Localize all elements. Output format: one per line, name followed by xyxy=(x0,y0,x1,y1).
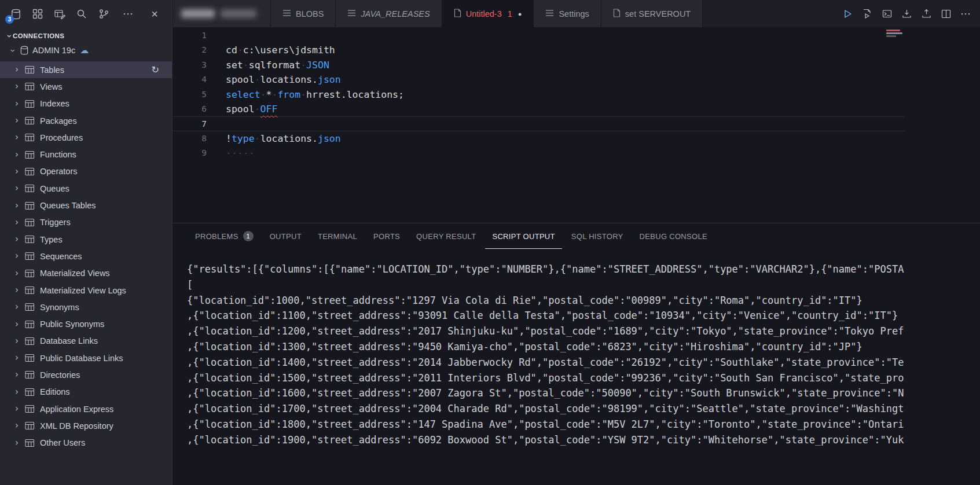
sidebar-item-operators[interactable]: ›Operators xyxy=(0,163,172,180)
open-terminal-icon[interactable] xyxy=(878,5,895,23)
tab-java-releases[interactable]: JAVA_RELEASES xyxy=(336,0,442,27)
sidebar-item-tables[interactable]: ›Tables↻ xyxy=(0,61,172,78)
sidebar-item-packages[interactable]: ›Packages xyxy=(0,112,172,129)
sidebar-item-queues[interactable]: ›Queues xyxy=(0,180,172,197)
output-line: ,{"location_id":1100,"street_address":"9… xyxy=(187,308,980,324)
code-token: spool xyxy=(226,74,255,85)
code-token: * xyxy=(266,89,272,100)
sidebar-item-queues-tables[interactable]: ›Queues Tables xyxy=(0,197,172,214)
redacted-text xyxy=(221,9,256,18)
panel-tab-output[interactable]: OUTPUT xyxy=(263,223,309,249)
split-editor-icon[interactable] xyxy=(937,5,955,23)
sidebar-item-xml-db-repository[interactable]: ›XML DB Repository xyxy=(0,417,172,434)
xml-db-repository-icon xyxy=(25,421,35,430)
sidebar-item-label: Indexes xyxy=(40,99,69,108)
search-icon[interactable] xyxy=(71,5,93,23)
panel-tab-debug-console[interactable]: DEBUG CONSOLE xyxy=(633,223,714,249)
sidebar-item-database-links[interactable]: ›Database Links xyxy=(0,333,172,350)
run-script-icon[interactable] xyxy=(858,5,876,23)
chevron-right-icon: › xyxy=(13,218,21,227)
upload-icon[interactable] xyxy=(917,5,935,23)
panel-tab-label: PROBLEMS xyxy=(195,232,238,241)
code-token: · xyxy=(255,104,260,115)
layout-icon[interactable] xyxy=(27,5,49,23)
code-token: · xyxy=(243,60,249,71)
code-text: !type·locations.json xyxy=(207,131,341,146)
connection-admin19c[interactable]: › ADMIN 19c ☁ xyxy=(0,43,172,58)
tab-blobs[interactable]: BLOBS xyxy=(271,0,336,27)
script-output-content[interactable]: {"results":[{"columns":[{"name":"LOCATIO… xyxy=(187,262,980,485)
code-line-1[interactable]: 1 xyxy=(173,28,905,43)
sidebar-item-label: Materialized Views xyxy=(40,269,110,278)
git-branch-icon[interactable] xyxy=(93,5,115,23)
close-sidebar-icon[interactable]: × xyxy=(144,5,166,23)
code-line-2[interactable]: 2cd·c:\users\jdsmith xyxy=(173,43,905,57)
sidebar-item-materialized-views[interactable]: ›Materialized Views xyxy=(0,265,172,282)
triggers-icon xyxy=(25,218,35,227)
code-line-5[interactable]: 5select·*·from·hrrest.locations; xyxy=(173,87,905,102)
chevron-right-icon: › xyxy=(13,201,21,210)
download-result-icon[interactable] xyxy=(898,5,915,23)
editor-area: BLOBSJAVA_RELEASESUntitled-31●Settingsse… xyxy=(173,0,980,485)
packages-icon xyxy=(25,116,35,125)
sidebar-item-materialized-view-logs[interactable]: ›Materialized View Logs xyxy=(0,282,172,299)
sidebar-item-public-synonyms[interactable]: ›Public Synonyms xyxy=(0,315,172,332)
code-line-3[interactable]: 3set·sqlformat·JSON xyxy=(173,58,905,72)
code-text: set·sqlformat·JSON xyxy=(207,58,329,72)
panel-tab-script-output[interactable]: SCRIPT OUTPUT xyxy=(485,223,561,249)
directories-icon xyxy=(25,370,35,379)
database-explorer-icon[interactable]: 3 xyxy=(5,5,27,23)
output-line: ,{"location_id":1300,"street_address":"9… xyxy=(187,339,980,355)
panel-tab-query-result[interactable]: QUERY RESULT xyxy=(409,223,483,249)
code-token: select xyxy=(226,89,260,100)
panel-tab-problems[interactable]: PROBLEMS1 xyxy=(188,223,260,249)
output-line: ,{"location_id":1700,"street_address":"2… xyxy=(187,401,980,417)
sidebar-item-views[interactable]: ›Views xyxy=(0,78,172,95)
sidebar-item-directories[interactable]: ›Directories xyxy=(0,366,172,383)
code-token: sqlformat xyxy=(249,60,300,71)
file-icon xyxy=(454,9,461,19)
sidebar-item-synonyms[interactable]: ›Synonyms xyxy=(0,299,172,315)
connections-section-header[interactable]: › CONNECTIONS xyxy=(0,29,172,43)
sidebar-item-indexes[interactable]: ›Indexes xyxy=(0,95,172,112)
tab-redacted[interactable] xyxy=(173,0,271,27)
sidebar-item-procedures[interactable]: ›Procedures xyxy=(0,129,172,146)
more-actions-icon[interactable]: ⋯ xyxy=(117,5,139,23)
code-line-8[interactable]: 8!type·locations.json xyxy=(173,131,905,146)
sidebar-item-public-database-links[interactable]: ›Public Database Links xyxy=(0,350,172,366)
panel-tab-sql-history[interactable]: SQL HISTORY xyxy=(564,223,630,249)
minimap[interactable] xyxy=(886,29,906,43)
bottom-panel: PROBLEMS1OUTPUTTERMINALPORTSQUERY RESULT… xyxy=(173,223,980,485)
panel-tab-terminal[interactable]: TERMINAL xyxy=(311,223,364,249)
panel-tab-ports[interactable]: PORTS xyxy=(366,223,407,249)
sidebar-item-functions[interactable]: ›Functions xyxy=(0,146,172,163)
sidebar-item-types[interactable]: ›Types xyxy=(0,231,172,248)
sidebar-item-triggers[interactable]: ›Triggers xyxy=(0,214,172,231)
more-editor-actions-icon[interactable]: ⋯ xyxy=(957,5,974,23)
chevron-right-icon: › xyxy=(13,439,21,447)
code-line-9[interactable]: 9····· xyxy=(173,146,905,160)
panel-tabbar: PROBLEMS1OUTPUTTERMINALPORTSQUERY RESULT… xyxy=(173,223,980,249)
tab-set-serverout[interactable]: set SERVEROUT xyxy=(601,0,703,27)
code-line-4[interactable]: 4spool·locations.json xyxy=(173,72,905,87)
tab-label: Settings xyxy=(559,9,589,19)
procedures-icon xyxy=(25,133,35,142)
table-edit-icon[interactable] xyxy=(49,5,71,23)
code-line-7[interactable]: 7 xyxy=(173,116,905,131)
sidebar-item-other-users[interactable]: ›Other Users xyxy=(0,435,172,451)
sidebar-item-application-express[interactable]: ›Application Express xyxy=(0,401,172,417)
code-line-6[interactable]: 6spool·OFF xyxy=(173,102,905,116)
sidebar-item-editions[interactable]: ›Editions xyxy=(0,384,172,401)
tab-label: BLOBS xyxy=(296,9,324,19)
tab-settings[interactable]: Settings xyxy=(534,0,601,27)
sidebar-item-label: Views xyxy=(40,82,62,91)
sidebar-item-label: Directories xyxy=(40,370,80,380)
sidebar-item-sequences[interactable]: ›Sequences xyxy=(0,248,172,264)
tab-untitled-3[interactable]: Untitled-31● xyxy=(442,0,534,27)
refresh-icon[interactable]: ↻ xyxy=(152,64,159,75)
sidebar-item-label: Procedures xyxy=(40,133,83,142)
line-number: 5 xyxy=(173,87,207,102)
connections-label: CONNECTIONS xyxy=(13,32,64,39)
code-editor[interactable]: 12cd·c:\users\jdsmith3set·sqlformat·JSON… xyxy=(173,27,980,223)
run-button[interactable] xyxy=(839,5,856,23)
